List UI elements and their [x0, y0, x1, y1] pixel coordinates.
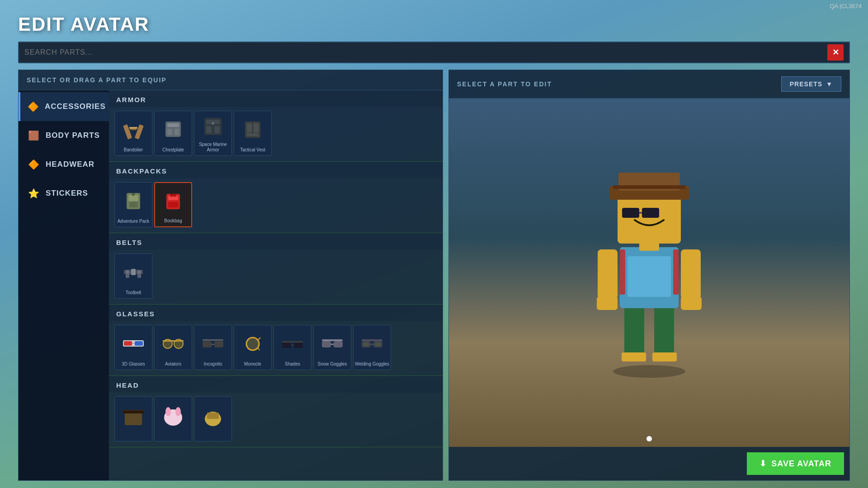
left-content: 🔶 Accessories 🟫 Body Parts 🔶 Headwear ⭐ … [19, 90, 443, 480]
item-monocle[interactable]: Monocle [234, 325, 272, 370]
category-belts: Belts Toolbelt [109, 233, 443, 305]
svg-point-27 [126, 270, 129, 274]
svg-rect-77 [598, 249, 618, 299]
item-bandolier-label: Bandolier [124, 147, 143, 153]
svg-rect-24 [168, 202, 178, 207]
save-avatar-button[interactable]: ⬇ SAVE AVATAR [747, 452, 844, 475]
item-toolbelt[interactable]: Toolbelt [114, 253, 152, 299]
svg-rect-41 [203, 341, 212, 347]
item-chestplate-img [155, 111, 192, 147]
item-head-3[interactable] [194, 396, 232, 441]
item-chestplate[interactable]: Chestplate [154, 111, 192, 156]
item-head-1[interactable] [114, 396, 152, 441]
item-bandolier[interactable]: Bandolier [114, 111, 152, 156]
category-backpacks-items: Adventure Pack Bookbag [109, 178, 443, 233]
accessories-icon: 🔶 [28, 100, 39, 113]
svg-rect-71 [624, 304, 644, 358]
svg-point-61 [375, 342, 381, 347]
svg-point-66 [165, 407, 171, 416]
svg-rect-73 [622, 352, 646, 361]
svg-point-60 [363, 342, 369, 347]
item-snow-goggles-label: Snow Goggles [317, 361, 347, 367]
svg-rect-76 [627, 256, 671, 297]
item-incognito-label: Incognito [204, 361, 222, 367]
svg-rect-19 [129, 202, 137, 207]
category-armor-items: Bandolier Chestplate [109, 107, 443, 161]
item-space-marine-armor[interactable]: Space Marine Armor [194, 111, 232, 156]
svg-line-46 [258, 338, 260, 340]
item-monocle-img [234, 325, 271, 361]
item-toolbelt-img [115, 254, 152, 290]
svg-point-67 [175, 407, 181, 416]
item-bookbag[interactable]: Bookbag [154, 182, 192, 227]
category-head: Head [109, 376, 443, 447]
sidebar-item-accessories[interactable]: 🔶 Accessories [19, 92, 109, 121]
item-3d-glasses[interactable]: 3D Glasses [114, 325, 152, 370]
svg-point-45 [247, 338, 259, 350]
svg-rect-82 [618, 196, 681, 244]
item-space-marine-armor-label: Space Marine Armor [194, 142, 231, 153]
item-adventure-pack[interactable]: Adventure Pack [114, 182, 152, 227]
presets-button[interactable]: PRESETS ▼ [781, 76, 841, 92]
svg-line-47 [258, 347, 259, 350]
item-adventure-pack-label: Adventure Pack [118, 219, 150, 224]
sidebar-item-stickers[interactable]: ⭐ Stickers [19, 179, 109, 208]
save-label: SAVE AVATAR [771, 459, 831, 469]
svg-rect-33 [135, 341, 143, 346]
sidebar-item-body-parts-label: Body Parts [46, 131, 100, 140]
item-snow-goggles[interactable]: Snow Goggles [313, 325, 351, 370]
item-aviators[interactable]: Aviators [154, 325, 192, 370]
svg-rect-6 [167, 129, 172, 135]
item-snow-goggles-img [314, 325, 351, 361]
category-armor: Armor Bandolier [109, 90, 443, 162]
category-armor-header: Armor [109, 90, 443, 107]
search-clear-button[interactable]: ✕ [827, 44, 844, 61]
main-container: EDIT AVATAR ✕ SELECT OR DRAG A PART TO E… [18, 14, 850, 479]
items-area: Armor Bandolier [109, 90, 443, 480]
svg-rect-48 [282, 341, 303, 343]
svg-point-28 [137, 270, 141, 274]
item-tactical-vest-label: Tactical Vest [240, 147, 265, 153]
item-tactical-vest-img [234, 111, 271, 147]
item-shades[interactable]: Shades [274, 325, 311, 370]
right-panel-title: SELECT A PART TO EDIT [457, 80, 552, 88]
item-tactical-vest[interactable]: Tactical Vest [234, 111, 272, 156]
svg-rect-90 [673, 249, 679, 295]
item-welding-goggles[interactable]: Welding Goggles [353, 325, 391, 370]
item-head-2[interactable] [154, 396, 192, 441]
item-head-2-img [155, 397, 192, 438]
item-incognito[interactable]: Incognito [194, 325, 232, 370]
sidebar-item-accessories-label: Accessories [45, 102, 106, 111]
item-bookbag-img [155, 183, 191, 218]
category-glasses-items: 3D Glasses Aviators [109, 321, 443, 375]
svg-rect-78 [597, 296, 618, 310]
left-panel-header: SELECT OR DRAG A PART TO EQUIP [19, 70, 443, 90]
svg-rect-89 [620, 249, 625, 295]
svg-rect-74 [652, 352, 677, 361]
sidebar-item-body-parts[interactable]: 🟫 Body Parts [19, 121, 109, 150]
svg-rect-26 [131, 269, 136, 275]
item-toolbelt-label: Toolbelt [126, 290, 141, 296]
category-belts-items: Toolbelt [109, 250, 443, 304]
category-backpacks-header: Backpacks [109, 162, 443, 178]
item-welding-goggles-label: Welding Goggles [355, 361, 389, 367]
presets-label: PRESETS [790, 80, 822, 88]
content-area: SELECT OR DRAG A PART TO EQUIP 🔶 Accesso… [18, 70, 850, 481]
search-input[interactable] [24, 48, 827, 56]
svg-rect-88 [613, 185, 685, 189]
item-welding-goggles-img [354, 325, 391, 361]
svg-rect-83 [622, 208, 639, 218]
dot-1 [646, 436, 652, 441]
item-chestplate-label: Chestplate [162, 147, 184, 153]
category-belts-header: Belts [109, 233, 443, 250]
svg-rect-18 [128, 195, 138, 201]
category-head-items [109, 393, 443, 447]
svg-rect-0 [123, 124, 132, 139]
svg-rect-11 [214, 126, 220, 133]
save-icon: ⬇ [760, 459, 767, 469]
svg-rect-29 [126, 273, 129, 278]
right-panel-header: SELECT A PART TO EDIT PRESETS ▼ [449, 70, 849, 99]
svg-rect-1 [135, 124, 144, 139]
sidebar-item-headwear[interactable]: 🔶 Headwear [19, 150, 109, 179]
item-bookbag-label: Bookbag [164, 218, 182, 224]
